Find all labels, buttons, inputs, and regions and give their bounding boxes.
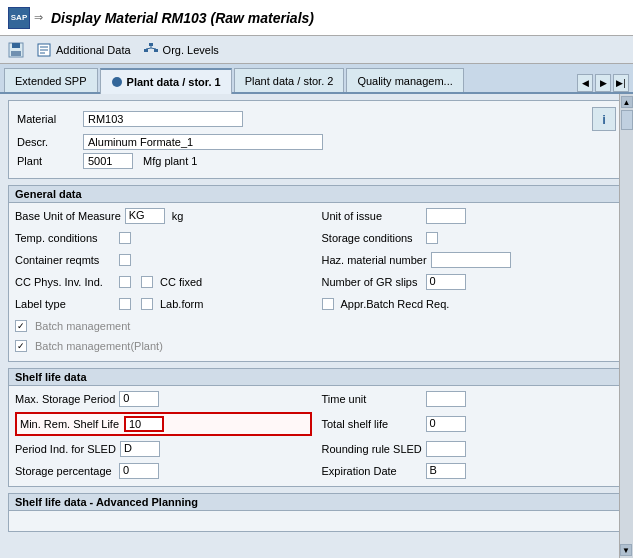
scroll-up-button[interactable]: ▲	[621, 96, 633, 108]
unit-of-issue-value[interactable]	[426, 208, 466, 224]
scroll-thumb[interactable]	[621, 110, 633, 130]
unit-of-issue-row: Unit of issue	[322, 207, 619, 225]
save-icon	[8, 42, 24, 58]
svg-point-13	[112, 77, 122, 87]
additional-data-icon	[36, 42, 52, 58]
shelf-life-body: Max. Storage Period 0 Time unit Min. Rem…	[9, 386, 624, 486]
title-bar: SAP ⇒ Display Material RM103 (Raw materi…	[0, 0, 633, 36]
additional-data-label: Additional Data	[56, 44, 131, 56]
tab-next-button[interactable]: ▶	[595, 74, 611, 92]
base-uom-row: Base Unit of Measure KG kg	[15, 207, 312, 225]
save-button[interactable]	[8, 42, 24, 58]
storage-percentage-label: Storage percentage	[15, 465, 115, 477]
base-uom-value[interactable]: KG	[125, 208, 165, 224]
lab-form-checkbox[interactable]	[141, 298, 153, 310]
batch-mgmt-row: Batch management	[15, 317, 618, 335]
org-levels-button[interactable]: Org. Levels	[143, 42, 219, 58]
shelf-life-grid: Max. Storage Period 0 Time unit Min. Rem…	[15, 390, 618, 482]
batch-mgmt-plant-row: Batch management(Plant)	[15, 337, 618, 355]
label-type-row: Label type Lab.form	[15, 295, 312, 313]
label-type-checkbox[interactable]	[119, 298, 131, 310]
tab-plant-data-stor-1-label: Plant data / stor. 1	[127, 76, 221, 88]
cc-phys-inv-checkbox[interactable]	[119, 276, 131, 288]
base-uom-unit: kg	[172, 210, 184, 222]
general-data-section: General data Base Unit of Measure KG kg …	[8, 185, 625, 362]
general-data-title: General data	[9, 186, 624, 203]
rounding-rule-sled-label: Rounding rule SLED	[322, 443, 422, 455]
expiration-date-label: Expiration Date	[322, 465, 422, 477]
appr-batch-label: Appr.Batch Recd Req.	[341, 298, 450, 310]
cc-phys-inv-row: CC Phys. Inv. Ind. CC fixed	[15, 273, 312, 291]
svg-rect-8	[144, 49, 148, 52]
period-ind-sled-value[interactable]: D	[120, 441, 160, 457]
appr-batch-checkbox[interactable]	[322, 298, 334, 310]
org-levels-icon	[143, 42, 159, 58]
svg-rect-1	[12, 43, 20, 48]
container-reqmts-row: Container reqmts	[15, 251, 312, 269]
tab-plant-data-stor-1[interactable]: Plant data / stor. 1	[100, 68, 232, 94]
min-rem-shelf-life-row: Min. Rem. Shelf Life 10	[15, 412, 312, 436]
shelf-life-title: Shelf life data	[9, 369, 624, 386]
tab-plant-data-stor-2-label: Plant data / stor. 2	[245, 75, 334, 87]
plant-row: Plant 5001 Mfg plant 1	[17, 153, 616, 169]
num-gr-slips-value[interactable]: 0	[426, 274, 466, 290]
svg-line-12	[151, 48, 156, 49]
scrollbar[interactable]: ▲ ▼	[619, 94, 633, 558]
cc-phys-inv-label: CC Phys. Inv. Ind.	[15, 276, 115, 288]
tab-active-icon	[111, 76, 123, 88]
max-storage-value[interactable]: 0	[119, 391, 159, 407]
tab-quality-mgmt[interactable]: Quality managem...	[346, 68, 463, 92]
svg-rect-2	[11, 51, 21, 56]
tab-plant-data-stor-2[interactable]: Plant data / stor. 2	[234, 68, 345, 92]
scroll-down-button[interactable]: ▼	[620, 544, 632, 556]
batch-mgmt-checkbox[interactable]	[15, 320, 27, 332]
material-row: Material RM103 i	[17, 107, 616, 131]
shelf-life-advanced-section: Shelf life data - Advanced Planning	[8, 493, 625, 532]
haz-mat-value[interactable]	[431, 252, 511, 268]
general-data-body: Base Unit of Measure KG kg Unit of issue…	[9, 203, 624, 361]
max-storage-label: Max. Storage Period	[15, 393, 115, 405]
cc-fixed-checkbox[interactable]	[141, 276, 153, 288]
min-rem-shelf-life-label: Min. Rem. Shelf Life	[20, 418, 120, 430]
appr-batch-row: Appr.Batch Recd Req.	[322, 295, 619, 313]
container-reqmts-checkbox[interactable]	[119, 254, 131, 266]
descr-row: Descr. Aluminum Formate_1	[17, 134, 616, 150]
expiration-date-row: Expiration Date B	[322, 462, 619, 480]
period-ind-sled-row: Period Ind. for SLED D	[15, 440, 312, 458]
storage-cond-label: Storage conditions	[322, 232, 422, 244]
temp-cond-checkbox[interactable]	[119, 232, 131, 244]
svg-rect-7	[149, 43, 153, 46]
num-gr-slips-label: Number of GR slips	[322, 276, 422, 288]
rounding-rule-sled-value[interactable]	[426, 441, 466, 457]
additional-data-button[interactable]: Additional Data	[36, 42, 131, 58]
descr-label: Descr.	[17, 136, 77, 148]
period-ind-sled-label: Period Ind. for SLED	[15, 443, 116, 455]
tab-last-button[interactable]: ▶|	[613, 74, 629, 92]
plant-name: Mfg plant 1	[143, 155, 197, 167]
storage-percentage-value[interactable]: 0	[119, 463, 159, 479]
container-reqmts-label: Container reqmts	[15, 254, 115, 266]
toolbar: Additional Data Org. Levels	[0, 36, 633, 64]
plant-label: Plant	[17, 155, 77, 167]
tab-extended-spp-label: Extended SPP	[15, 75, 87, 87]
shelf-life-section: Shelf life data Max. Storage Period 0 Ti…	[8, 368, 625, 487]
info-button[interactable]: i	[592, 107, 616, 131]
batch-mgmt-plant-checkbox[interactable]	[15, 340, 27, 352]
base-uom-label: Base Unit of Measure	[15, 210, 121, 222]
time-unit-value[interactable]	[426, 391, 466, 407]
total-shelf-life-value[interactable]: 0	[426, 416, 466, 432]
svg-rect-9	[154, 49, 158, 52]
shelf-life-advanced-body	[9, 511, 624, 531]
label-type-label: Label type	[15, 298, 115, 310]
time-unit-label: Time unit	[322, 393, 422, 405]
tabs-bar: Extended SPP Plant data / stor. 1 Plant …	[0, 64, 633, 94]
min-rem-shelf-life-value[interactable]: 10	[124, 416, 164, 432]
app-icon: SAP ⇒	[8, 7, 43, 29]
storage-cond-checkbox[interactable]	[426, 232, 438, 244]
storage-cond-row: Storage conditions	[322, 229, 619, 247]
tab-extended-spp[interactable]: Extended SPP	[4, 68, 98, 92]
tab-prev-button[interactable]: ◀	[577, 74, 593, 92]
total-shelf-life-row: Total shelf life 0	[322, 412, 619, 436]
general-data-grid: Base Unit of Measure KG kg Unit of issue…	[15, 207, 618, 315]
expiration-date-value[interactable]: B	[426, 463, 466, 479]
